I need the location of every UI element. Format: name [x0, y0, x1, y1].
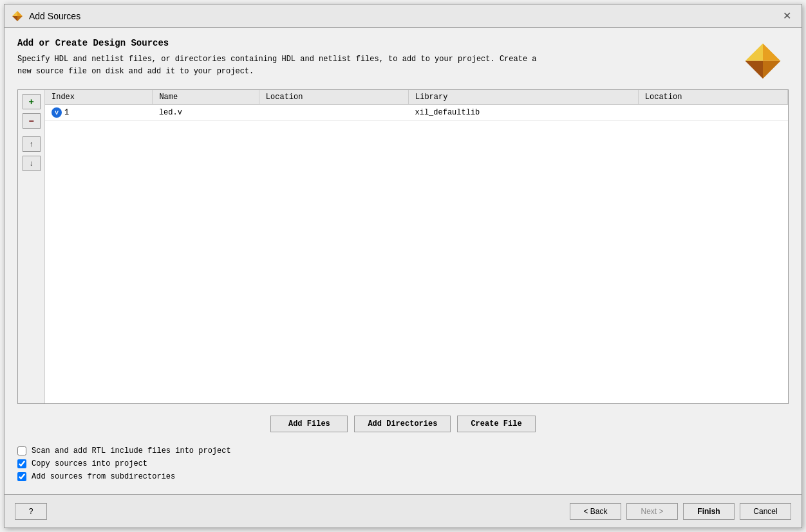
header-text: Add or Create Design Sources Specify HDL… [17, 38, 737, 78]
header-desc-line1: Specify HDL and netlist files, or direct… [17, 53, 737, 66]
scan-rtl-label: Scan and add RTL include files into proj… [32, 446, 231, 455]
move-down-button[interactable]: ↓ [23, 156, 41, 171]
table-row[interactable]: V1 led.v xil_defaultlib [45, 105, 788, 121]
copy-sources-label: Copy sources into project [32, 459, 147, 468]
cell-name: led.v [153, 105, 259, 121]
copy-sources-checkbox-row[interactable]: Copy sources into project [17, 459, 789, 468]
svg-marker-7 [745, 61, 763, 78]
cancel-button[interactable]: Cancel [740, 503, 791, 520]
add-subdirs-label: Add sources from subdirectories [32, 472, 175, 481]
file-table: Index Name Location Library Location V1 … [45, 90, 788, 121]
remove-file-button[interactable]: − [23, 113, 41, 129]
svg-marker-3 [12, 16, 17, 21]
svg-marker-6 [745, 43, 763, 60]
add-subdirs-checkbox[interactable] [17, 472, 26, 481]
header-title: Add or Create Design Sources [17, 38, 737, 48]
col-header-index: Index [45, 90, 153, 105]
create-file-button[interactable]: Create File [457, 416, 535, 432]
table-header-row: Index Name Location Library Location [45, 90, 788, 105]
title-bar: Add Sources ✕ [5, 5, 801, 28]
file-table-area: Index Name Location Library Location V1 … [45, 90, 788, 403]
add-sources-dialog: Add Sources ✕ Add or Create Design Sourc… [4, 4, 802, 528]
vivado-logo [740, 41, 785, 80]
scan-rtl-checkbox[interactable] [17, 446, 26, 455]
add-files-button[interactable]: Add Files [270, 416, 348, 432]
next-button[interactable]: Next > [626, 503, 678, 520]
back-button[interactable]: < Back [570, 503, 621, 520]
cell-location2 [638, 105, 787, 121]
header-desc-line2: new source file on disk and add it to yo… [17, 66, 737, 78]
title-bar-left: Add Sources [11, 10, 80, 23]
dialog-title: Add Sources [29, 11, 80, 21]
logo-area [737, 38, 789, 83]
file-type-icon: V [52, 107, 62, 118]
bottom-right-buttons: < Back Next > Finish Cancel [570, 503, 791, 520]
move-up-button[interactable]: ↑ [23, 136, 41, 152]
scan-rtl-checkbox-row[interactable]: Scan and add RTL include files into proj… [17, 446, 789, 455]
main-table-area: + − ↑ ↓ Index N [17, 89, 789, 404]
cell-location [259, 105, 408, 121]
col-header-library: Library [408, 90, 638, 105]
close-button[interactable]: ✕ [779, 8, 795, 23]
svg-marker-5 [763, 61, 780, 78]
bottom-bar: ? < Back Next > Finish Cancel [5, 494, 801, 527]
col-header-name: Name [153, 90, 259, 105]
svg-marker-2 [12, 11, 17, 16]
header-section: Add or Create Design Sources Specify HDL… [17, 38, 789, 83]
help-button[interactable]: ? [15, 503, 47, 520]
side-toolbar: + − ↑ ↓ [18, 90, 45, 403]
finish-button[interactable]: Finish [683, 503, 735, 520]
svg-marker-0 [17, 11, 23, 16]
vivado-icon [11, 10, 24, 23]
col-header-location: Location [259, 90, 408, 105]
add-subdirs-checkbox-row[interactable]: Add sources from subdirectories [17, 472, 789, 481]
cell-library: xil_defaultlib [408, 105, 638, 121]
svg-marker-1 [17, 16, 23, 21]
checkboxes-section: Scan and add RTL include files into proj… [17, 444, 789, 484]
col-header-location2: Location [638, 90, 787, 105]
copy-sources-checkbox[interactable] [17, 459, 26, 468]
add-file-button[interactable]: + [23, 94, 41, 109]
action-buttons-section: Add Files Add Directories Create File [17, 410, 789, 437]
add-directories-button[interactable]: Add Directories [354, 416, 451, 432]
dialog-content: Add or Create Design Sources Specify HDL… [5, 28, 801, 494]
svg-marker-4 [763, 43, 780, 60]
bottom-left-buttons: ? [15, 503, 47, 520]
cell-index: V1 [45, 105, 153, 121]
